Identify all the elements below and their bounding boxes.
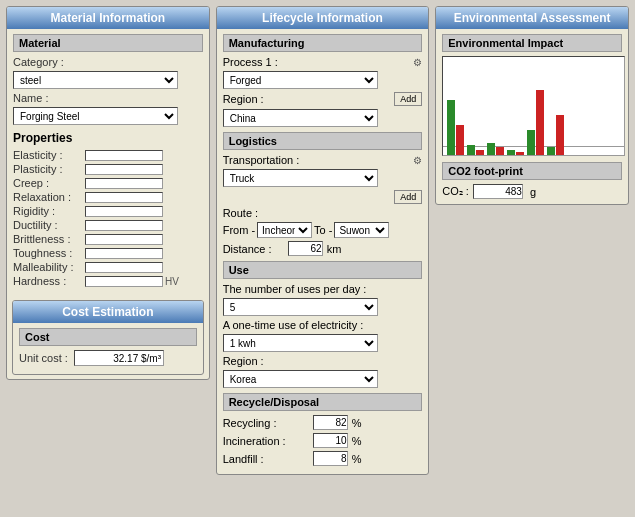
brittleness-label: Brittleness : <box>13 233 85 245</box>
recycling-row: Recycling : % <box>223 415 423 430</box>
incineration-label: Incineration : <box>223 435 313 447</box>
from-select[interactable]: Incheon <box>257 222 312 238</box>
bar-green-4 <box>507 150 515 155</box>
logistics-header: Logistics <box>223 132 423 150</box>
to-select[interactable]: Suwon <box>334 222 389 238</box>
co2-row: CO₂ : g <box>442 184 622 199</box>
bar-red-4 <box>516 152 524 155</box>
category-select[interactable]: steel <box>13 71 178 89</box>
landfill-label: Landfill : <box>223 453 313 465</box>
unit-cost-row: Unit cost : <box>19 350 197 366</box>
relaxation-row: Relaxation : <box>13 191 203 203</box>
process-label-row: Process 1 : ⚙ <box>223 56 423 68</box>
name-label: Name : <box>13 92 83 104</box>
ductility-bar <box>85 220 163 231</box>
bar-red-5 <box>536 90 544 155</box>
uses-per-day-label: The number of uses per day : <box>223 283 367 295</box>
cost-panel: Cost Estimation Cost Unit cost : <box>12 300 204 375</box>
hardness-label: Hardness : <box>13 275 85 287</box>
electricity-label-row: A one-time use of electricity : <box>223 319 423 331</box>
lifecycle-panel-title: Lifecycle Information <box>217 7 429 29</box>
creep-bar <box>85 178 163 189</box>
transport-label-row: Transportation : ⚙ <box>223 154 423 166</box>
recycling-input[interactable] <box>313 415 348 430</box>
relaxation-label: Relaxation : <box>13 191 85 203</box>
category-label: Category : <box>13 56 83 68</box>
logistics-add-button[interactable]: Add <box>394 190 422 204</box>
ductility-row: Ductility : <box>13 219 203 231</box>
landfill-row: Landfill : % <box>223 451 423 466</box>
bar-red-3 <box>496 147 504 155</box>
process-label: Process 1 : <box>223 56 414 68</box>
env-chart <box>442 56 625 156</box>
unit-cost-input[interactable] <box>74 350 164 366</box>
bar-green-3 <box>487 143 495 155</box>
bar-green-6 <box>547 147 555 155</box>
transport-select-row: Truck <box>223 169 423 187</box>
region-select[interactable]: China <box>223 109 378 127</box>
lifecycle-panel: Lifecycle Information Manufacturing Proc… <box>216 6 430 475</box>
process-select-row: Forged <box>223 71 423 89</box>
electricity-select[interactable]: 1 kwh <box>223 334 378 352</box>
properties-section: Properties Elasticity : Plasticity : Cre… <box>13 131 203 287</box>
use-header: Use <box>223 261 423 279</box>
route-label: Route : <box>223 207 258 219</box>
bar-pair-6 <box>547 115 564 155</box>
plasticity-label: Plasticity : <box>13 163 85 175</box>
incineration-input[interactable] <box>313 433 348 448</box>
creep-row: Creep : <box>13 177 203 189</box>
name-select-row: Forging Steel <box>13 107 203 125</box>
co2-input[interactable] <box>473 184 523 199</box>
region-label: Region : <box>223 93 392 105</box>
malleability-row: Malleability : <box>13 261 203 273</box>
bar-green-5 <box>527 130 535 155</box>
bar-group <box>443 65 624 155</box>
region2-select[interactable]: Korea <box>223 370 378 388</box>
process-icon: ⚙ <box>413 57 422 68</box>
creep-label: Creep : <box>13 177 85 189</box>
distance-label: Distance : <box>223 243 288 255</box>
plasticity-row: Plasticity : <box>13 163 203 175</box>
bar-red-6 <box>556 115 564 155</box>
transport-select[interactable]: Truck <box>223 169 378 187</box>
landfill-input[interactable] <box>313 451 348 466</box>
elasticity-label: Elasticity : <box>13 149 85 161</box>
toughness-row: Toughness : <box>13 247 203 259</box>
uses-per-day-select-row: 5 <box>223 298 423 316</box>
bar-pair-4 <box>507 150 524 155</box>
region-select-row: China <box>223 109 423 127</box>
ductility-label: Ductility : <box>13 219 85 231</box>
distance-row: Distance : km <box>223 241 423 256</box>
uses-per-day-select[interactable]: 5 <box>223 298 378 316</box>
name-select[interactable]: Forging Steel <box>13 107 178 125</box>
co2-header: CO2 foot-print <box>442 162 622 180</box>
name-label-row: Name : <box>13 92 203 104</box>
from-label: From - <box>223 224 255 236</box>
toughness-bar <box>85 248 163 259</box>
elasticity-row: Elasticity : <box>13 149 203 161</box>
unit-cost-label: Unit cost : <box>19 352 74 364</box>
bar-pair-5 <box>527 90 544 155</box>
logistics-add-row: Add <box>223 190 423 204</box>
malleability-bar <box>85 262 163 273</box>
env-panel: Environmental Assessment Environmental I… <box>435 6 629 205</box>
co2-unit: g <box>530 186 536 198</box>
manufacturing-header: Manufacturing <box>223 34 423 52</box>
plasticity-bar <box>85 164 163 175</box>
uses-per-day-label-row: The number of uses per day : <box>223 283 423 295</box>
rigidity-row: Rigidity : <box>13 205 203 217</box>
material-section-header: Material <box>13 34 203 52</box>
cost-inner-panel: Cost Estimation Cost Unit cost : <box>12 300 204 375</box>
properties-title: Properties <box>13 131 203 145</box>
bar-pair-2 <box>467 145 484 155</box>
electricity-label: A one-time use of electricity : <box>223 319 364 331</box>
recycle-header: Recycle/Disposal <box>223 393 423 411</box>
toughness-label: Toughness : <box>13 247 85 259</box>
region2-label-row: Region : <box>223 355 423 367</box>
material-panel-title: Material Information <box>7 7 209 29</box>
distance-input[interactable] <box>288 241 323 256</box>
recycling-label: Recycling : <box>223 417 313 429</box>
manufacturing-add-button[interactable]: Add <box>394 92 422 106</box>
hardness-row: Hardness : HV <box>13 275 203 287</box>
process-select[interactable]: Forged <box>223 71 378 89</box>
